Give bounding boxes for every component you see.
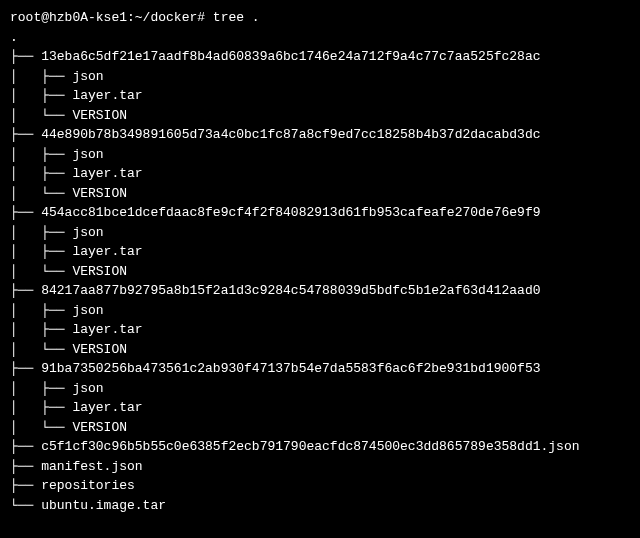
output-line: │ ├── json [10,379,630,399]
shell-prompt: root@hzb0A-kse1:~/docker# [10,10,213,25]
output-line: ├── manifest.json [10,457,630,477]
output-line: │ ├── layer.tar [10,164,630,184]
tree-output: .├── 13eba6c5df21e17aadf8b4ad60839a6bc17… [10,28,630,516]
command-text: tree . [213,10,260,25]
output-line: │ └── VERSION [10,106,630,126]
output-line: . [10,28,630,48]
output-line: │ └── VERSION [10,418,630,438]
output-line: ├── 84217aa877b92795a8b15f2a1d3c9284c547… [10,281,630,301]
output-line: │ ├── json [10,223,630,243]
output-line: │ ├── json [10,145,630,165]
output-line: │ ├── layer.tar [10,86,630,106]
prompt-line: root@hzb0A-kse1:~/docker# tree . [10,8,630,28]
output-line: │ └── VERSION [10,340,630,360]
output-line: │ ├── layer.tar [10,398,630,418]
output-line: │ └── VERSION [10,262,630,282]
output-line: ├── 13eba6c5df21e17aadf8b4ad60839a6bc174… [10,47,630,67]
output-line: │ ├── layer.tar [10,242,630,262]
output-line: ├── repositories [10,476,630,496]
output-line: └── ubuntu.image.tar [10,496,630,516]
output-line: ├── c5f1cf30c96b5b55c0e6385f2ecb791790ea… [10,437,630,457]
output-line: │ └── VERSION [10,184,630,204]
output-line: ├── 91ba7350256ba473561c2ab930f47137b54e… [10,359,630,379]
output-line: │ ├── json [10,301,630,321]
output-line: ├── 454acc81bce1dcefdaac8fe9cf4f2f840829… [10,203,630,223]
output-line: │ ├── layer.tar [10,320,630,340]
output-line: ├── 44e890b78b349891605d73a4c0bc1fc87a8c… [10,125,630,145]
output-line: │ ├── json [10,67,630,87]
